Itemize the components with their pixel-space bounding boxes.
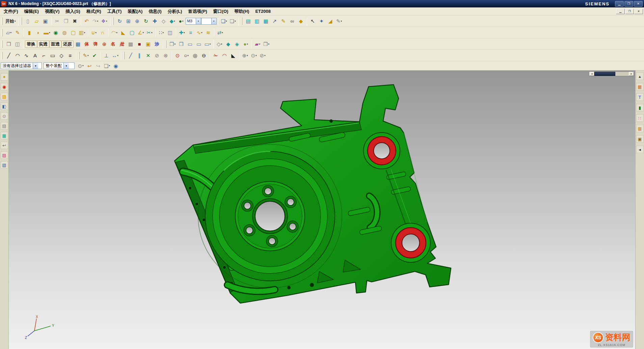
close-button[interactable]: ✕: [634, 1, 643, 7]
profile-line-button[interactable]: ╱: [4, 51, 13, 60]
trim-body-button[interactable]: ✂▾: [145, 28, 154, 37]
dropdown-arrow-icon[interactable]: ▾: [256, 54, 257, 57]
snapshot-button[interactable]: ◫: [13, 40, 22, 49]
arc-center-button[interactable]: ⊙▾: [249, 51, 258, 60]
delete-button[interactable]: ✖: [71, 17, 79, 26]
select-cursor-button[interactable]: ↖: [308, 17, 317, 26]
dropdown-arrow-icon[interactable]: ▾: [268, 43, 269, 46]
dropdown-arrow-icon[interactable]: ▾: [259, 43, 261, 46]
dropdown-arrow-icon[interactable]: ▾: [210, 43, 211, 46]
dropdown-arrow-icon[interactable]: ▾: [174, 43, 176, 46]
graphics-window[interactable]: ◂ ▸ X Y Z XS 资料网 ZL.XS1616.COM: [9, 70, 635, 349]
left-roles-button[interactable]: ◉: [1, 83, 8, 90]
material-button[interactable]: ◆: [297, 17, 305, 26]
unite-button[interactable]: ∪▾: [89, 28, 98, 37]
resource-palette-icon[interactable]: ▦: [636, 125, 644, 132]
dropdown-arrow-icon[interactable]: ▾: [182, 20, 184, 23]
left-history-button[interactable]: ⊙: [1, 112, 8, 120]
scene-settings-button[interactable]: ❒▾: [262, 40, 271, 49]
dropdown-arrow-icon[interactable]: ▾: [222, 31, 223, 34]
revolve-button[interactable]: ◗: [34, 28, 43, 37]
rectangle-button[interactable]: ▭: [48, 51, 57, 60]
dropdown-arrow-icon[interactable]: ▾: [97, 20, 99, 23]
grid-display-button[interactable]: ▩: [126, 40, 135, 49]
section-view-button[interactable]: ▦: [74, 40, 82, 49]
dropdown-arrow-icon[interactable]: ▾: [196, 18, 201, 24]
shaded-style-button[interactable]: ◆: [224, 40, 233, 49]
ellipse-button[interactable]: ⊖: [199, 51, 208, 60]
offset-face-button[interactable]: ≡: [186, 28, 195, 37]
draft-button[interactable]: ∠▾: [136, 28, 145, 37]
assembly-navigator-button[interactable]: ▤: [244, 17, 253, 26]
part-navigator-button[interactable]: ▦: [262, 17, 270, 26]
view-right-button[interactable]: ▭▾: [203, 40, 212, 49]
red-hole-lower[interactable]: [391, 223, 430, 262]
left-navigator-button[interactable]: ▧: [1, 161, 8, 169]
menu-information[interactable]: 信息(I): [145, 8, 164, 15]
mdi-close-button[interactable]: ✕: [634, 9, 643, 14]
move-face-button[interactable]: ✚▾: [178, 28, 186, 37]
markup-button[interactable]: ✎: [279, 17, 288, 26]
extrude-button[interactable]: ▮: [25, 28, 34, 37]
start-menu-button[interactable]: 开始▾: [4, 17, 17, 26]
subtract-button[interactable]: ∩: [98, 28, 107, 37]
dropdown-arrow-icon[interactable]: ▾: [87, 54, 89, 57]
undo-button[interactable]: ↶: [82, 17, 91, 26]
menu-help[interactable]: 帮助(H): [231, 8, 252, 15]
dropdown-arrow-icon[interactable]: ▾: [235, 20, 236, 23]
left-layers-button[interactable]: ▦: [1, 132, 8, 139]
restore-button[interactable]: 还原: [61, 40, 74, 48]
hole-button[interactable]: ◉: [51, 28, 60, 37]
toolbar-grip[interactable]: [2, 18, 3, 25]
point-on-curve-button[interactable]: ⊙: [173, 51, 182, 60]
circle-3pt-button[interactable]: ◎: [191, 51, 199, 60]
toolbar-grip[interactable]: [124, 52, 125, 59]
resource-library-icon[interactable]: ▮: [636, 104, 644, 111]
rib-button[interactable]: ▥▾: [78, 28, 86, 37]
dropdown-arrow-icon[interactable]: ▾: [151, 31, 153, 34]
mirror-feature-button[interactable]: ◫: [166, 28, 175, 37]
menu-analysis[interactable]: 分析(L): [165, 8, 185, 15]
through-curves-button[interactable]: ≋: [204, 28, 213, 37]
sphere-select-button[interactable]: ◉: [111, 61, 120, 70]
view-top-button[interactable]: ▭: [186, 40, 194, 49]
zoom-button[interactable]: ⊕: [133, 17, 142, 26]
dropdown-arrow-icon[interactable]: ▾: [184, 31, 185, 34]
dropdown-arrow-icon[interactable]: ▾: [10, 31, 12, 34]
direct-sketch-button[interactable]: ✎▾: [81, 51, 90, 60]
chevron-down-icon[interactable]: ▾: [33, 63, 38, 69]
view-trimetric-button[interactable]: ❒▾: [168, 40, 177, 49]
measure-angle-button[interactable]: ◢: [326, 17, 335, 26]
dropdown-arrow-icon[interactable]: ▾: [201, 31, 203, 34]
maximize-button[interactable]: ❐: [624, 1, 633, 7]
dropdown-arrow-icon[interactable]: ▾: [221, 43, 222, 46]
arc-button[interactable]: ◠: [13, 51, 22, 60]
corner-button[interactable]: ⌐: [39, 51, 48, 60]
body-display-button[interactable]: 体: [82, 40, 91, 49]
dimension-button[interactable]: ↔▾: [111, 51, 119, 60]
scrollbar-track[interactable]: [615, 72, 629, 76]
minimize-button[interactable]: ▁: [615, 1, 624, 7]
toolbar-grip[interactable]: [2, 40, 3, 48]
toolbar-grip[interactable]: [113, 18, 114, 25]
menu-file[interactable]: 文件(F): [1, 8, 21, 15]
chamfer-button[interactable]: ◣: [119, 28, 128, 37]
cross-line-button[interactable]: ✕: [144, 51, 153, 60]
resource-materials-icon[interactable]: ∷: [636, 114, 644, 122]
toolbar-grip[interactable]: [241, 18, 242, 25]
toolbar-grip[interactable]: [2, 29, 3, 36]
menu-preferences[interactable]: 首选项(P): [185, 8, 210, 15]
dropdown-arrow-icon[interactable]: ▾: [226, 20, 227, 23]
fillet-sketch-button[interactable]: ◠: [220, 51, 229, 60]
chamfer-sketch-button[interactable]: ◣: [229, 51, 238, 60]
scroll-left-button[interactable]: ◂: [589, 72, 594, 76]
synchronous-modeling-button[interactable]: ⇄▾: [216, 28, 224, 37]
datum-plane-button[interactable]: ▱▾: [4, 28, 13, 37]
dropdown-arrow-icon[interactable]: ▾: [116, 31, 117, 34]
sketch-button[interactable]: ✎: [13, 28, 22, 37]
display-mode-button[interactable]: ❒: [4, 40, 13, 49]
selection-filter-combo[interactable]: 没有选择过滤器 ▾: [1, 62, 42, 69]
toolbar-grip[interactable]: [2, 52, 3, 59]
dropdown-arrow-icon[interactable]: ▾: [15, 20, 16, 23]
dropdown-arrow-icon[interactable]: ▾: [95, 31, 97, 34]
